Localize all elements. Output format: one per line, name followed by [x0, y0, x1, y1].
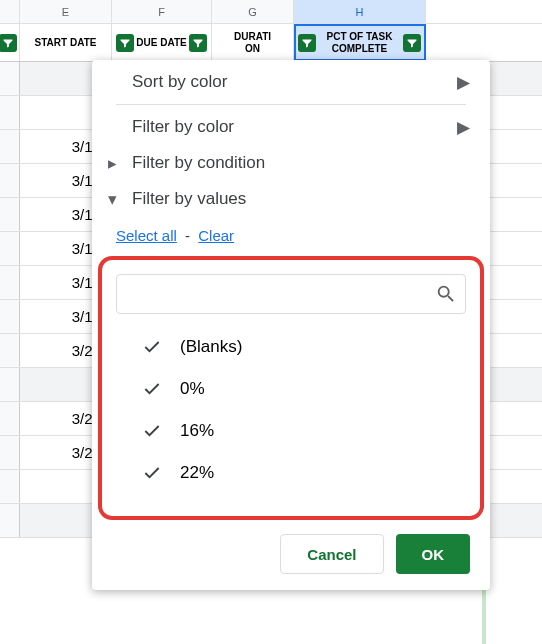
highlight-box: (Blanks)0%16%22%	[98, 256, 484, 520]
expand-right-icon: ▸	[108, 153, 117, 174]
header-label: DURATION	[216, 31, 289, 55]
filter-icon[interactable]	[403, 34, 421, 52]
header-due-date[interactable]: DUE DATE	[112, 24, 212, 61]
col-letter-f[interactable]: F	[112, 0, 212, 23]
select-links: Select all - Clear	[92, 221, 490, 256]
value-list: (Blanks)0%16%22%	[116, 326, 466, 494]
col-letter-h[interactable]: H	[294, 0, 426, 23]
row-stub	[0, 402, 20, 435]
row-stub	[0, 232, 20, 265]
sort-by-color[interactable]: Sort by color ▶	[92, 64, 490, 100]
filter-icon[interactable]	[0, 34, 17, 52]
header-duration[interactable]: DURATION	[212, 24, 294, 61]
search-icon	[435, 283, 457, 305]
filter-value-label: (Blanks)	[180, 337, 242, 357]
header-label: PCT OF TASKCOMPLETE	[316, 31, 403, 55]
menu-buttons: Cancel OK	[92, 524, 490, 574]
clear-link[interactable]: Clear	[198, 227, 234, 244]
row-stub	[0, 96, 20, 129]
row-stub	[0, 368, 20, 401]
row-stub	[0, 130, 20, 163]
filter-value-item[interactable]: (Blanks)	[140, 326, 466, 368]
header-label: START DATE	[24, 37, 107, 49]
row-stub	[0, 62, 20, 95]
cancel-button[interactable]: Cancel	[280, 534, 383, 574]
checkmark-icon	[140, 335, 164, 359]
column-letter-row: E F G H	[0, 0, 542, 24]
filter-value-label: 0%	[180, 379, 205, 399]
select-all-link[interactable]: Select all	[116, 227, 177, 244]
header-label: DUE DATE	[134, 37, 189, 49]
filter-menu: Sort by color ▶ Filter by color ▶ ▸ Filt…	[92, 60, 490, 590]
row-stub	[0, 470, 20, 503]
header-start-date[interactable]: START DATE	[20, 24, 112, 61]
filter-value-item[interactable]: 0%	[140, 368, 466, 410]
row-stub	[0, 504, 20, 537]
header-pct-complete[interactable]: PCT OF TASKCOMPLETE	[294, 24, 426, 61]
menu-label: Filter by color	[132, 117, 234, 137]
menu-label: Filter by values	[132, 189, 246, 209]
header-row: START DATE DUE DATE DURATION PCT OF TASK…	[0, 24, 542, 62]
menu-label: Filter by condition	[132, 153, 265, 173]
expand-down-icon: ▾	[108, 189, 117, 210]
filter-icon[interactable]	[116, 34, 134, 52]
col-letter-e[interactable]: E	[20, 0, 112, 23]
filter-value-item[interactable]: 16%	[140, 410, 466, 452]
chevron-right-icon: ▶	[457, 72, 470, 93]
filter-value-label: 22%	[180, 463, 214, 483]
separator: -	[185, 227, 190, 244]
chevron-right-icon: ▶	[457, 117, 470, 138]
filter-by-condition[interactable]: ▸ Filter by condition	[92, 145, 490, 181]
menu-divider	[116, 104, 466, 105]
filter-value-label: 16%	[180, 421, 214, 441]
row-stub	[0, 436, 20, 469]
row-stub	[0, 164, 20, 197]
row-stub	[0, 300, 20, 333]
filter-by-color[interactable]: Filter by color ▶	[92, 109, 490, 145]
header-stub	[0, 24, 20, 61]
filter-icon[interactable]	[298, 34, 316, 52]
menu-label: Sort by color	[132, 72, 227, 92]
ok-button[interactable]: OK	[396, 534, 471, 574]
row-stub	[0, 266, 20, 299]
filter-icon[interactable]	[189, 34, 207, 52]
row-stub	[0, 198, 20, 231]
search-input[interactable]	[125, 286, 435, 303]
checkmark-icon	[140, 461, 164, 485]
filter-value-item[interactable]: 22%	[140, 452, 466, 494]
corner-stub	[0, 0, 20, 23]
filter-by-values[interactable]: ▾ Filter by values	[92, 181, 490, 217]
filter-search[interactable]	[116, 274, 466, 314]
checkmark-icon	[140, 419, 164, 443]
col-letter-g[interactable]: G	[212, 0, 294, 23]
row-stub	[0, 334, 20, 367]
checkmark-icon	[140, 377, 164, 401]
